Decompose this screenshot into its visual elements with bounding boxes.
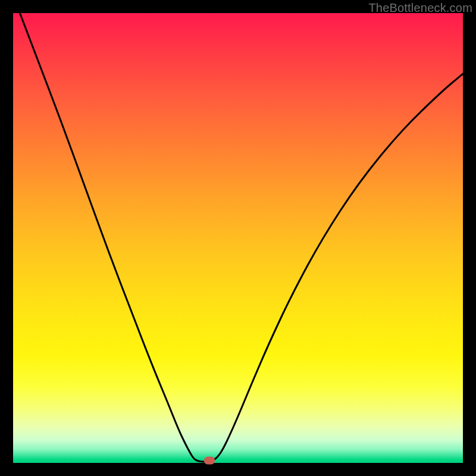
plot-frame [13, 13, 463, 463]
optimum-marker [204, 457, 215, 465]
plot-background-gradient [13, 13, 463, 463]
